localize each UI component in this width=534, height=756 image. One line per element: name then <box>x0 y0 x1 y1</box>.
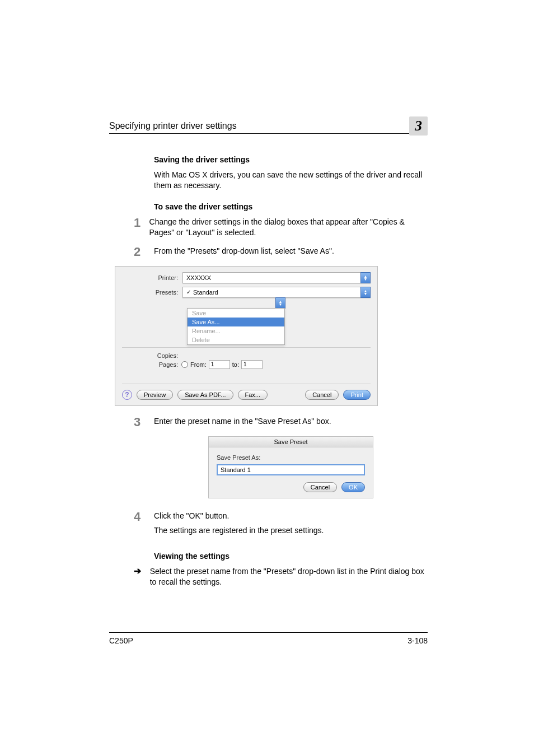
step-number-4: 4 <box>134 511 154 523</box>
step-4-text-a: Click the "OK" button. <box>154 511 324 521</box>
pages-from-radio[interactable] <box>181 361 188 368</box>
cancel-button[interactable]: Cancel <box>305 390 339 400</box>
from-label: From: <box>190 361 207 368</box>
menu-save[interactable]: Save <box>188 309 284 318</box>
to-input[interactable]: 1 <box>241 360 263 369</box>
step-4-text-b: The settings are registered in the prese… <box>154 525 324 536</box>
presets-label: Presets: <box>122 289 182 296</box>
section-heading-to-save: To save the driver settings <box>154 202 428 211</box>
step-number-3: 3 <box>134 416 154 428</box>
presets-value: Standard <box>193 289 218 296</box>
dropdown-arrow-icon: ▲▼ <box>360 287 371 298</box>
help-icon[interactable]: ? <box>122 390 132 400</box>
presets-menu: Save Save As... Rename... Delete <box>187 308 285 345</box>
section-heading-viewing: Viewing the settings <box>154 552 428 561</box>
save-preset-dialog: Save Preset Save Preset As: Standard 1 C… <box>208 436 373 498</box>
footer-model: C250P <box>109 636 133 645</box>
footer-page: 3-108 <box>407 636 428 645</box>
printer-label: Printer: <box>122 274 182 281</box>
from-input[interactable]: 1 <box>209 360 230 369</box>
print-button[interactable]: Print <box>343 390 371 400</box>
to-label: to: <box>232 361 239 368</box>
dropdown-arrow-icon: ▲▼ <box>275 297 285 309</box>
pane-select[interactable]: ▲▼ <box>187 298 285 309</box>
save-preset-value: Standard 1 <box>221 466 251 473</box>
presets-select[interactable]: ✓ Standard ▲▼ <box>182 287 371 298</box>
save-preset-as-input[interactable]: Standard 1 <box>217 464 365 475</box>
pages-label: Pages: <box>122 361 182 368</box>
arrow-bullet-icon: ➔ <box>134 566 150 576</box>
header-title: Specifying printer driver settings <box>109 121 237 131</box>
menu-save-as[interactable]: Save As... <box>188 318 284 326</box>
save-preset-as-label: Save Preset As: <box>217 454 365 461</box>
step-number-1: 1 <box>134 217 149 229</box>
menu-delete[interactable]: Delete <box>188 335 284 344</box>
preset-cancel-button[interactable]: Cancel <box>303 482 337 492</box>
preview-button[interactable]: Preview <box>137 390 173 400</box>
save-preset-title: Save Preset <box>209 437 373 447</box>
step-number-2: 2 <box>134 246 154 258</box>
step-3-text: Enter the preset name in the "Save Prese… <box>154 416 331 427</box>
printer-select[interactable]: XXXXXX ▲▼ <box>182 272 371 283</box>
print-dialog: Printer: XXXXXX ▲▼ Presets: ✓ Standard ▲… <box>115 266 378 406</box>
preset-ok-button[interactable]: OK <box>341 482 365 492</box>
chapter-number: 3 <box>409 116 428 136</box>
checkmark-icon: ✓ <box>186 289 191 295</box>
viewing-text: Select the preset name from the "Presets… <box>150 566 428 587</box>
section-heading-saving: Saving the driver settings <box>154 155 428 164</box>
fax-button[interactable]: Fax... <box>238 390 268 400</box>
dropdown-arrow-icon: ▲▼ <box>360 272 371 283</box>
menu-rename[interactable]: Rename... <box>188 326 284 335</box>
step-2-text: From the "Presets" drop-down list, selec… <box>154 246 334 256</box>
save-as-pdf-button[interactable]: Save As PDF... <box>177 390 233 400</box>
page-footer: C250P 3-108 <box>109 632 428 645</box>
step-1-text: Change the driver settings in the dialog… <box>149 217 428 238</box>
copies-label: Copies: <box>122 352 182 359</box>
intro-paragraph: With Mac OS X drivers, you can save the … <box>154 170 428 191</box>
page-header: Specifying printer driver settings 3 <box>109 112 428 134</box>
printer-value: XXXXXX <box>186 274 211 281</box>
